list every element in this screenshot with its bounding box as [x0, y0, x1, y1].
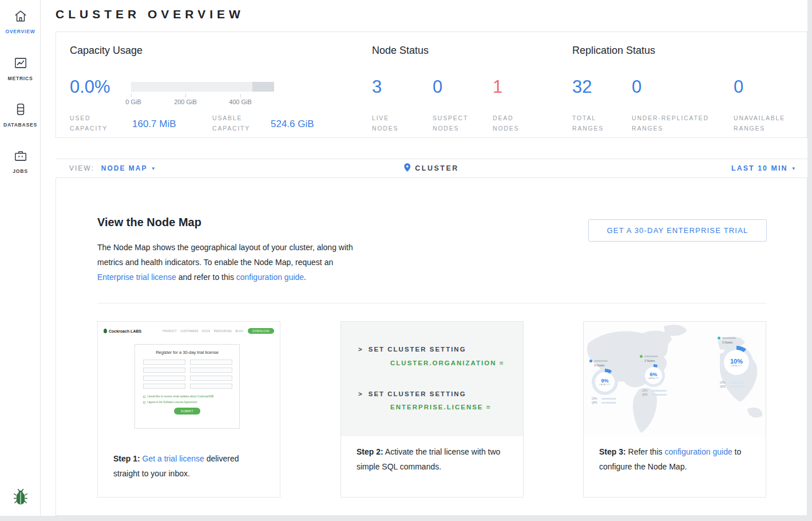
used-capacity-value: 160.7 MiB	[132, 119, 176, 130]
sidebar-item-metrics[interactable]: METRICS	[0, 56, 41, 81]
sidebar-item-jobs[interactable]: JOBS	[0, 148, 41, 174]
get-enterprise-trial-button[interactable]: GET A 30-DAY ENTERPRISE TRIAL	[588, 219, 767, 242]
under-replicated-ranges-count: 0	[632, 77, 641, 97]
locality-dot-icon	[718, 337, 720, 340]
map-locality-marker: 3 Nodes 6% CAPACITY CPU QPS	[640, 355, 683, 396]
mock-trial-form: Register for a 30-day trial license I wo…	[134, 344, 240, 429]
usable-capacity-label: USABLECAPACITY	[212, 113, 250, 133]
section-divider	[97, 303, 767, 303]
locality-dot-icon	[589, 360, 592, 362]
configuration-guide-link[interactable]: configuration guide	[664, 447, 732, 456]
usable-capacity-value: 524.6 GiB	[271, 119, 314, 130]
node-map-description: The Node Map shows the geographical layo…	[97, 240, 365, 285]
cockroach-bug-icon	[104, 329, 107, 333]
sidebar-item-databases[interactable]: DATABASES	[0, 102, 41, 128]
sidebar: OVERVIEW METRICS DATABASES JOBS	[0, 0, 41, 516]
mock-form-fields	[143, 360, 232, 389]
total-ranges-count: 32	[572, 77, 592, 97]
map-locality-marker: 3 Nodes 10% CAPACITY CPU QPS	[718, 337, 762, 388]
metrics-chart-icon	[13, 62, 28, 72]
cluster-breadcrumb-label: CLUSTER	[415, 164, 459, 172]
node-map-thumbnail: 3 Nodes 9% CAPACITY CPU QPS 3 Nodes	[584, 322, 766, 436]
enterprise-trial-license-link[interactable]: Enterprise trial license	[97, 273, 176, 282]
capacity-donut: 10% CAPACITY	[720, 346, 753, 379]
prompt-chevron: >	[358, 346, 363, 353]
admin-ui-window: OVERVIEW METRICS DATABASES JOBS	[0, 0, 807, 516]
total-ranges-label: TOTALRANGES	[572, 113, 604, 133]
chevron-down-icon: ▾	[152, 166, 156, 171]
sql-commands-snippet: > SET CLUSTER SETTING CLUSTER.ORGANIZATI…	[341, 322, 523, 436]
sidebar-item-label: OVERVIEW	[0, 29, 41, 34]
gauge-tick-label: 400 GiB	[229, 98, 252, 105]
node-map-panel: View the Node Map The Node Map shows the…	[56, 178, 807, 516]
capacity-usage-title: Capacity Usage	[70, 45, 142, 57]
chevron-down-icon: ▾	[792, 166, 795, 171]
capacity-gauge-end-segment	[252, 82, 274, 92]
step-3-caption: Step 3: Refer this configuration guide t…	[584, 436, 766, 497]
breadcrumb: CLUSTER	[404, 159, 459, 177]
mock-nav-links: PRODUCT CUSTOMERS DOCS RESOURCES BLOG	[163, 330, 243, 333]
checkbox-icon	[143, 396, 145, 398]
location-pin-icon	[404, 163, 410, 174]
mock-submit-button: SUBMIT	[174, 408, 200, 415]
unavailable-ranges-label: UNAVAILABLERANGES	[734, 113, 785, 133]
home-icon	[13, 15, 28, 25]
mock-form-title: Register for a 30-day trial license	[135, 350, 239, 355]
registration-page-thumbnail: Cockroach LABS PRODUCT CUSTOMERS DOCS RE…	[98, 322, 280, 443]
mock-brand: Cockroach LABS	[104, 329, 141, 333]
capacity-donut: 9% CAPACITY	[592, 369, 618, 395]
database-icon	[13, 109, 28, 119]
sidebar-item-label: DATABASES	[0, 122, 41, 128]
suspect-nodes-count: 0	[433, 77, 442, 97]
sidebar-item-label: METRICS	[0, 76, 41, 81]
locality-dot-icon	[640, 355, 643, 358]
node-status-title: Node Status	[372, 45, 429, 57]
get-trial-license-link[interactable]: Get a trial license	[142, 454, 204, 463]
configuration-guide-link[interactable]: configuration guide	[236, 273, 304, 282]
capacity-used-percent: 0.0%	[70, 77, 110, 97]
dead-nodes-count: 1	[493, 77, 502, 97]
step-1-card: Cockroach LABS PRODUCT CUSTOMERS DOCS RE…	[97, 321, 280, 498]
dead-nodes-label: DEADNODES	[493, 113, 519, 133]
view-bar: VIEW: NODE MAP ▾ CLUSTER LAST 10 MIN ▾	[56, 159, 807, 178]
capacity-donut: 6% CAPACITY	[642, 364, 665, 387]
mock-download-button: DOWNLOAD	[248, 328, 274, 334]
view-selector-dropdown[interactable]: NODE MAP ▾	[101, 164, 156, 172]
mock-form-note: I agree to the Software License Agreemen…	[143, 401, 197, 404]
sidebar-item-overview[interactable]: OVERVIEW	[0, 9, 41, 34]
mock-form-note: I would like to receive email updates ab…	[143, 395, 214, 398]
page-title: CLUSTER OVERVIEW	[56, 7, 244, 21]
step-3-card: 3 Nodes 9% CAPACITY CPU QPS 3 Nodes	[583, 321, 766, 498]
gauge-tick-label: 0 GiB	[125, 98, 141, 105]
suspect-nodes-label: SUSPECTNODES	[433, 113, 468, 133]
replication-status-title: Replication Status	[572, 45, 655, 57]
checkbox-icon	[143, 401, 145, 404]
cockroach-labs-logo[interactable]	[0, 487, 41, 508]
live-nodes-count: 3	[372, 77, 382, 97]
under-replicated-ranges-label: UNDER-REPLICATEDRANGES	[632, 113, 709, 133]
unavailable-ranges-count: 0	[734, 77, 743, 97]
node-map-heading: View the Node Map	[97, 216, 201, 229]
step-2-caption: Step 2: Activate the trial license with …	[341, 436, 523, 497]
capacity-gauge: 0 GiB 200 GiB 400 GiB	[131, 82, 274, 92]
map-locality-marker: 3 Nodes 9% CAPACITY CPU QPS	[589, 360, 636, 404]
briefcase-icon	[13, 155, 28, 165]
gauge-tick-label: 200 GiB	[174, 98, 197, 105]
prompt-chevron: >	[358, 390, 363, 397]
cluster-summary-card: Capacity Usage 0.0% 0 GiB 200 GiB 400 Gi…	[56, 31, 807, 138]
sidebar-item-label: JOBS	[0, 168, 41, 174]
view-label: VIEW:	[69, 164, 94, 172]
step-2-card: > SET CLUSTER SETTING CLUSTER.ORGANIZATI…	[340, 321, 524, 498]
step-1-caption: Step 1: Get a trial license delivered st…	[98, 443, 280, 497]
live-nodes-label: LIVENODES	[372, 113, 398, 133]
time-range-dropdown[interactable]: LAST 10 MIN ▾	[731, 159, 795, 177]
used-capacity-label: USEDCAPACITY	[70, 113, 108, 133]
